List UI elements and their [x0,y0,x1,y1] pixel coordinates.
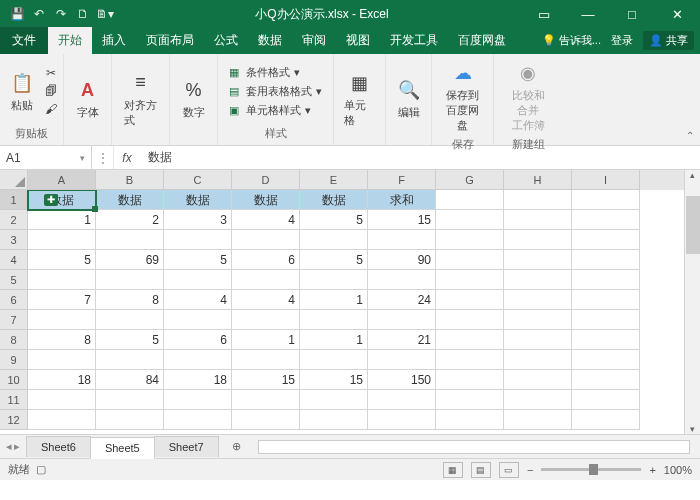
cell[interactable] [164,410,232,430]
cell[interactable] [504,190,572,210]
col-header-F[interactable]: F [368,170,436,190]
paste-button[interactable]: 📋 粘贴 [5,68,39,115]
col-header-H[interactable]: H [504,170,572,190]
cell[interactable] [232,410,300,430]
cell[interactable]: 4 [164,290,232,310]
cell[interactable] [300,350,368,370]
ribbon-options-icon[interactable]: ▭ [522,0,566,28]
cell[interactable] [300,270,368,290]
macro-record-icon[interactable]: ▢ [36,463,46,475]
row-header[interactable]: 11 [0,390,28,410]
cell[interactable] [572,190,640,210]
undo-icon[interactable]: ↶ [30,5,48,23]
cell[interactable] [96,270,164,290]
cell[interactable]: 数据 [232,190,300,210]
cell[interactable]: 15 [368,210,436,230]
row-header[interactable]: 10 [0,370,28,390]
sheet-tab-Sheet5[interactable]: Sheet5 [90,437,155,459]
cell[interactable]: 5 [164,250,232,270]
cell[interactable] [164,230,232,250]
fx-icon[interactable]: fx [114,146,140,169]
cell[interactable]: 5 [300,210,368,230]
cell[interactable]: 6 [164,330,232,350]
cancel-icon[interactable]: ⋮ [92,146,114,169]
cell[interactable]: 5 [300,250,368,270]
cell[interactable]: 24 [368,290,436,310]
cell[interactable]: 5 [96,330,164,350]
cell[interactable]: 数据 [96,190,164,210]
sheet-tab-Sheet6[interactable]: Sheet6 [26,436,91,457]
cell[interactable] [572,350,640,370]
zoom-slider[interactable] [541,468,641,471]
print-preview-icon[interactable]: 🗎▾ [96,5,114,23]
row-header[interactable]: 8 [0,330,28,350]
cell[interactable] [96,230,164,250]
name-box[interactable]: A1 [0,146,92,169]
cell[interactable] [232,270,300,290]
cell[interactable]: 数据 [300,190,368,210]
vertical-scrollbar[interactable]: ▴▾ [684,170,700,434]
tab-视图[interactable]: 视图 [336,27,380,54]
cell[interactable] [96,390,164,410]
cell[interactable] [232,230,300,250]
row-header[interactable]: 2 [0,210,28,230]
cell[interactable] [96,310,164,330]
cell[interactable] [504,350,572,370]
login-link[interactable]: 登录 [611,33,633,48]
maximize-icon[interactable]: □ [610,0,654,28]
row-header[interactable]: 1 [0,190,28,210]
cell[interactable] [96,410,164,430]
cell[interactable] [504,390,572,410]
cell[interactable]: 1 [300,290,368,310]
zoom-out-icon[interactable]: − [527,464,533,476]
cell[interactable] [436,210,504,230]
cell[interactable] [436,350,504,370]
cell[interactable]: 7 [28,290,96,310]
cell[interactable] [504,270,572,290]
cell[interactable] [504,330,572,350]
cell[interactable]: 150 [368,370,436,390]
col-header-G[interactable]: G [436,170,504,190]
cell[interactable] [436,390,504,410]
cell[interactable] [504,410,572,430]
tab-file[interactable]: 文件 [0,27,48,54]
cell[interactable] [572,290,640,310]
view-layout-icon[interactable]: ▤ [471,462,491,478]
cell[interactable]: 求和 [368,190,436,210]
cell[interactable] [300,310,368,330]
row-header[interactable]: 7 [0,310,28,330]
zoom-level[interactable]: 100% [664,464,692,476]
sheet-nav[interactable]: ◂▸ [0,440,26,453]
cell[interactable] [572,270,640,290]
formula-input[interactable]: 数据 [140,146,700,169]
cell[interactable] [300,410,368,430]
view-pagebreak-icon[interactable]: ▭ [499,462,519,478]
cell[interactable]: 21 [368,330,436,350]
cell[interactable] [164,390,232,410]
cell[interactable] [572,250,640,270]
cell[interactable] [232,350,300,370]
add-sheet-button[interactable]: ⊕ [226,440,248,453]
cell[interactable]: 数据 [164,190,232,210]
cell[interactable]: 3 [164,210,232,230]
cell[interactable] [436,370,504,390]
cell[interactable]: 5 [28,250,96,270]
cell[interactable]: 15 [232,370,300,390]
cell[interactable] [572,230,640,250]
cell[interactable] [368,410,436,430]
cell[interactable] [436,250,504,270]
col-header-B[interactable]: B [96,170,164,190]
view-normal-icon[interactable]: ▦ [443,462,463,478]
row-header[interactable]: 6 [0,290,28,310]
tab-页面布局[interactable]: 页面布局 [136,27,204,54]
close-icon[interactable]: ✕ [654,0,700,28]
new-doc-icon[interactable]: 🗋 [74,5,92,23]
cell[interactable] [28,270,96,290]
cell[interactable] [504,370,572,390]
col-header-D[interactable]: D [232,170,300,190]
cell[interactable]: 6 [232,250,300,270]
tab-数据[interactable]: 数据 [248,27,292,54]
cell[interactable] [28,230,96,250]
cell[interactable] [504,210,572,230]
tab-开发工具[interactable]: 开发工具 [380,27,448,54]
